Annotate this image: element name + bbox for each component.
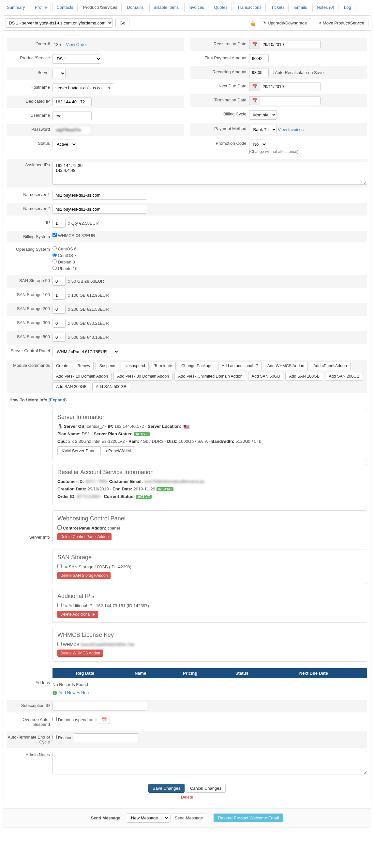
cmd-create[interactable]: Create bbox=[53, 362, 72, 370]
tab-quotes[interactable]: Quotes bbox=[210, 3, 232, 12]
hostname-input[interactable] bbox=[53, 84, 105, 92]
add-addon-link[interactable]: +Add New Addon bbox=[53, 690, 89, 695]
cmd-add-plesk-30-domain-addon[interactable]: Add Plesk 30 Domain Addon bbox=[114, 372, 173, 380]
view-invoices-link[interactable]: View Invoices bbox=[278, 127, 304, 132]
cmd-renew[interactable]: Renew bbox=[74, 362, 94, 370]
cmd-add-plesk-unlimited-domain-addon[interactable]: Add Plesk Unlimited Domain Addon bbox=[175, 372, 246, 380]
go-button[interactable]: Go bbox=[116, 19, 129, 27]
termdate-input[interactable] bbox=[260, 96, 320, 105]
cmd-add-plesk-10-domain-addon[interactable]: Add Plesk 10 Domain Addon bbox=[53, 372, 112, 380]
san200-input[interactable] bbox=[53, 305, 66, 314]
san100-input[interactable] bbox=[53, 291, 66, 300]
password-input[interactable] bbox=[53, 126, 92, 134]
ns2-label: Nameserver 2 bbox=[7, 204, 53, 213]
cmd-add-san-300gb[interactable]: Add SAN 300GB bbox=[53, 382, 90, 391]
autoterm-reason-input[interactable] bbox=[74, 733, 139, 742]
tab-log[interactable]: Log bbox=[340, 3, 355, 12]
expand-link[interactable]: Expand bbox=[50, 398, 65, 402]
tab-profile[interactable]: Profile bbox=[31, 3, 51, 12]
cmd-unsuspend[interactable]: Unsuspend bbox=[121, 362, 149, 370]
paymethod-select[interactable]: Bank Transfer bbox=[249, 125, 277, 134]
nextdue-input[interactable] bbox=[260, 82, 320, 91]
override-date-button[interactable]: 📅 bbox=[99, 716, 110, 724]
resend-button[interactable]: Resend Product Welcome Email bbox=[214, 813, 283, 823]
whmcs-checkbox[interactable] bbox=[57, 642, 62, 646]
san50-label: SAN Storage 50 bbox=[7, 276, 53, 285]
product-selector[interactable]: DS 1 - server.buytest-ds1-us.com.onlyfor… bbox=[5, 18, 113, 28]
cmd-add-cpanel-addon[interactable]: Add cPanel Addon bbox=[310, 362, 350, 370]
sendmsg-select[interactable]: New Message bbox=[127, 813, 169, 823]
adminnotes-input[interactable] bbox=[53, 751, 367, 774]
save-button[interactable]: Save Changes bbox=[148, 784, 185, 793]
cmd-terminate[interactable]: Terminate bbox=[151, 362, 176, 370]
san-checkbox[interactable] bbox=[57, 564, 62, 568]
os-radio[interactable] bbox=[53, 246, 57, 250]
hostname-dropdown[interactable]: ▾ bbox=[105, 84, 114, 92]
tab-emails[interactable]: Emails bbox=[290, 3, 311, 12]
autoterm-checkbox[interactable] bbox=[53, 735, 57, 739]
cmd-change-package[interactable]: Change Package bbox=[178, 362, 216, 370]
billingsys-label: Billing System bbox=[7, 232, 53, 241]
billingsys-checkbox[interactable] bbox=[53, 233, 57, 237]
cmd-add-whmcs-addon[interactable]: Add WHMCS Addon bbox=[264, 362, 308, 370]
kvm-button[interactable]: KVM Server Panel bbox=[57, 446, 101, 455]
cycle-select[interactable]: Monthly bbox=[249, 110, 277, 120]
product-select[interactable]: DS 1 bbox=[53, 54, 101, 64]
san300-input[interactable] bbox=[53, 319, 66, 328]
upgrade-button[interactable]: ↻ Upgrade/Downgrade bbox=[259, 19, 311, 27]
regdate-input[interactable] bbox=[260, 40, 320, 49]
panel-title: WHMCS License Key bbox=[57, 631, 362, 639]
delete-ip-button[interactable]: Delete Addicional IP bbox=[57, 611, 98, 618]
delete-san-button[interactable]: Delete SAN Storage Addon bbox=[57, 572, 111, 579]
tab-invoices[interactable]: Invoices bbox=[184, 3, 208, 12]
sendmsg-button[interactable]: Send Message bbox=[170, 813, 207, 823]
cancel-button[interactable]: Cancel Changes bbox=[186, 784, 226, 793]
server-select[interactable] bbox=[53, 69, 66, 78]
delete-cp-addon-button[interactable]: Delete Control Panel Addon bbox=[57, 533, 112, 540]
tab-tickets[interactable]: Tickets bbox=[267, 3, 289, 12]
move-button[interactable]: ⤭ Move Product/Service bbox=[314, 19, 369, 27]
tab-billable-items[interactable]: Billable Items bbox=[149, 3, 183, 12]
delete-whmcs-button[interactable]: Delete WHMCS Addon bbox=[57, 650, 103, 657]
cpanel-select[interactable]: WHM / cPanel €17.78EUR bbox=[53, 347, 119, 356]
delete-link[interactable]: Delete bbox=[7, 795, 367, 800]
calendar-icon: 📅 bbox=[249, 40, 260, 49]
dedip-input[interactable] bbox=[53, 97, 92, 106]
san500-input[interactable] bbox=[53, 333, 66, 342]
ns1-input[interactable] bbox=[53, 191, 147, 199]
tab-contacts[interactable]: Contacts bbox=[52, 3, 77, 12]
os-radio[interactable] bbox=[53, 253, 57, 257]
autorecalc-checkbox[interactable] bbox=[270, 70, 274, 74]
ns2-input[interactable] bbox=[53, 205, 147, 214]
view-order-link[interactable]: View Order bbox=[66, 42, 87, 47]
cmd-add-san-50gb[interactable]: Add SAN 50GB bbox=[248, 372, 284, 380]
ip-qty-input[interactable] bbox=[53, 219, 66, 227]
tab-notes-[interactable]: Notes (0) bbox=[312, 3, 338, 12]
status-select[interactable]: Active bbox=[53, 140, 77, 149]
tab-summary[interactable]: Summary bbox=[3, 3, 29, 12]
cmd-suspend[interactable]: Suspend bbox=[96, 362, 119, 370]
san50-input[interactable] bbox=[53, 277, 66, 286]
termdate-label: Termination Date bbox=[190, 96, 249, 104]
tab-domains[interactable]: Domains bbox=[123, 3, 148, 12]
cycle-label: Billing Cycle bbox=[190, 110, 249, 118]
cmd-add-san-500gb[interactable]: Add SAN 500GB bbox=[92, 382, 130, 391]
cmd-add-an-additional-ip[interactable]: Add an additional IP bbox=[218, 362, 262, 370]
assignedips-input[interactable]: 162.144.72.30 142.4.4.48 bbox=[53, 161, 367, 185]
tab-products-services[interactable]: Products/Services bbox=[79, 3, 122, 12]
promo-select[interactable]: None bbox=[249, 140, 267, 149]
status-badge: ACTIVE bbox=[134, 432, 150, 436]
cmd-add-san-200gb[interactable]: Add SAN 200GB bbox=[325, 372, 363, 380]
username-input[interactable] bbox=[53, 112, 92, 120]
os-radio[interactable] bbox=[53, 259, 57, 264]
override-checkbox[interactable] bbox=[53, 717, 57, 721]
cmd-add-san-100gb[interactable]: Add SAN 100GB bbox=[285, 372, 323, 380]
subid-input[interactable] bbox=[53, 702, 147, 711]
tab-transactions[interactable]: Transactions bbox=[233, 3, 266, 12]
addip-checkbox[interactable] bbox=[57, 603, 62, 607]
firstpay-input[interactable] bbox=[249, 54, 269, 63]
os-radio[interactable] bbox=[53, 266, 57, 270]
cpanel-whm-button[interactable]: cPanel/WHM bbox=[102, 446, 135, 455]
cp-addon-checkbox[interactable] bbox=[57, 525, 62, 530]
recur-input[interactable] bbox=[249, 68, 269, 77]
